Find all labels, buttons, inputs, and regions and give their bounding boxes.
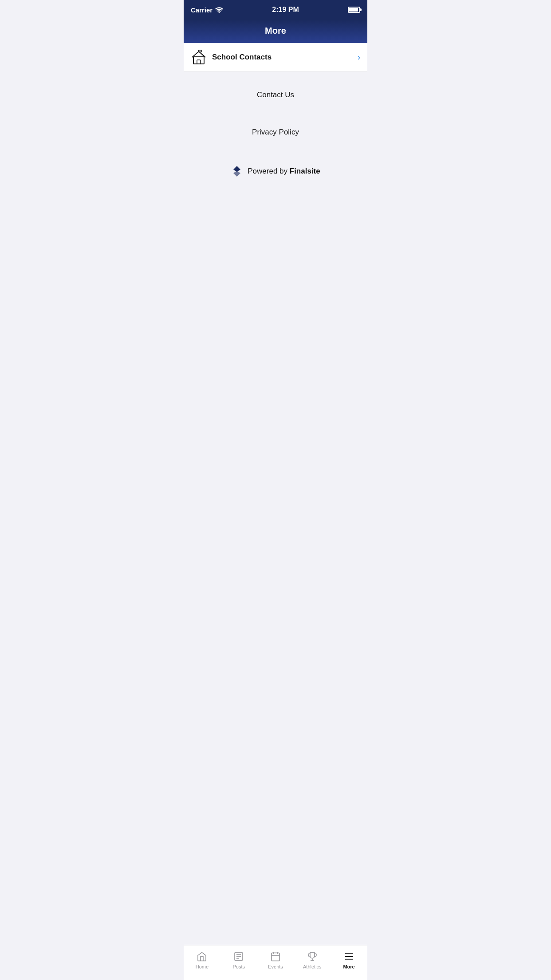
carrier-label: Carrier — [191, 6, 213, 14]
carrier-info: Carrier — [191, 6, 223, 14]
contact-us-item[interactable]: Contact Us — [184, 81, 367, 109]
section-divider-3 — [184, 146, 367, 155]
powered-by-text: Powered by Finalsite — [248, 167, 320, 176]
svg-rect-1 — [193, 57, 204, 64]
school-contacts-label: School Contacts — [212, 53, 358, 62]
section-divider-2 — [184, 109, 367, 118]
school-contacts-row[interactable]: School Contacts › — [184, 43, 367, 72]
section-divider-1 — [184, 72, 367, 81]
powered-by-prefix: Powered by — [248, 167, 290, 175]
content-filler — [184, 187, 367, 365]
school-icon — [191, 49, 207, 65]
status-time: 2:19 PM — [272, 6, 299, 14]
status-bar: Carrier 2:19 PM — [184, 0, 367, 20]
contact-us-label: Contact Us — [257, 91, 294, 99]
battery-indicator — [348, 7, 360, 13]
battery-icon — [348, 7, 360, 13]
svg-rect-4 — [197, 60, 201, 64]
privacy-policy-label: Privacy Policy — [252, 128, 299, 137]
wifi-icon — [215, 7, 223, 13]
privacy-policy-item[interactable]: Privacy Policy — [184, 118, 367, 146]
svg-point-0 — [219, 12, 220, 13]
svg-marker-6 — [233, 171, 240, 177]
finalsite-logo-icon — [231, 165, 243, 178]
page-title: More — [191, 26, 360, 36]
house-school-icon — [191, 49, 207, 65]
powered-by-section[interactable]: Powered by Finalsite — [184, 155, 367, 187]
powered-by-brand: Finalsite — [290, 167, 320, 175]
main-content: School Contacts › Contact Us Privacy Pol… — [184, 43, 367, 405]
chevron-right-icon: › — [358, 53, 360, 62]
page-header: More — [184, 20, 367, 43]
